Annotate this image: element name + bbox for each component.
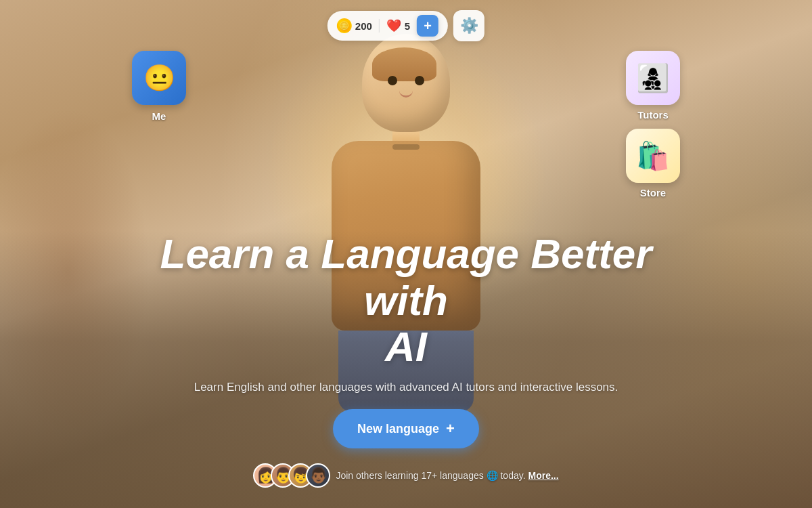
top-bar: 🪙 200 ❤️ 5 + ⚙️ (328, 10, 484, 41)
right-nav: 👩‍👧‍👦 Tutors 🛍️ Store (626, 51, 680, 198)
avatar-head (362, 34, 450, 132)
avatar-stack: 👩 👨 👦 👨🏾 (253, 463, 330, 488)
avatar-nose (399, 89, 413, 98)
hearts-value: 5 (405, 20, 410, 32)
divider (379, 19, 380, 33)
store-nav-item[interactable]: 🛍️ Store (626, 129, 680, 198)
bottom-overlay: Learn a Language Better with AI Learn En… (0, 231, 812, 508)
hearts-display: ❤️ 5 (386, 18, 410, 33)
more-link[interactable]: More... (528, 470, 558, 481)
store-icon: 🛍️ (636, 140, 670, 172)
add-currency-button[interactable]: + (417, 15, 438, 37)
headline-line2: AI (385, 323, 427, 370)
me-label: Me (152, 110, 166, 122)
me-icon-box: 😐 (132, 51, 186, 105)
new-language-plus-icon: + (446, 420, 455, 438)
heart-icon: ❤️ (386, 18, 401, 33)
tutors-icon-box: 👩‍👧‍👦 (626, 51, 680, 105)
sub-text: Learn English and other languages with a… (194, 381, 618, 394)
coins-value: 200 (355, 20, 372, 32)
store-icon-box: 🛍️ (626, 129, 680, 183)
me-avatar-icon: 😐 (143, 63, 175, 93)
settings-icon: ⚙️ (460, 17, 478, 35)
tutors-label: Tutors (637, 109, 669, 121)
avatar-eye-right (415, 76, 424, 85)
headline-line1: Learn a Language Better with (160, 230, 652, 323)
coins-display: 🪙 200 (337, 18, 372, 33)
settings-button[interactable]: ⚙️ (453, 10, 484, 41)
social-text: Join others learning 17+ languages 🌐 tod… (336, 470, 558, 481)
avatar-eye-left (388, 76, 397, 85)
tutors-icon: 👩‍👧‍👦 (636, 62, 670, 94)
tutors-nav-item[interactable]: 👩‍👧‍👦 Tutors (626, 51, 680, 121)
main-headline: Learn a Language Better with AI (135, 231, 677, 370)
social-proof-row: 👩 👨 👦 👨🏾 Join others learning 17+ langua… (253, 463, 558, 488)
store-label: Store (640, 187, 666, 198)
me-nav-item[interactable]: 😐 Me (132, 51, 186, 122)
new-language-label: New language (357, 422, 439, 436)
coin-icon: 🪙 (337, 18, 352, 33)
social-avatar-4: 👨🏾 (306, 463, 330, 488)
score-pill: 🪙 200 ❤️ 5 + (328, 11, 448, 41)
new-language-button[interactable]: New language + (333, 409, 479, 448)
